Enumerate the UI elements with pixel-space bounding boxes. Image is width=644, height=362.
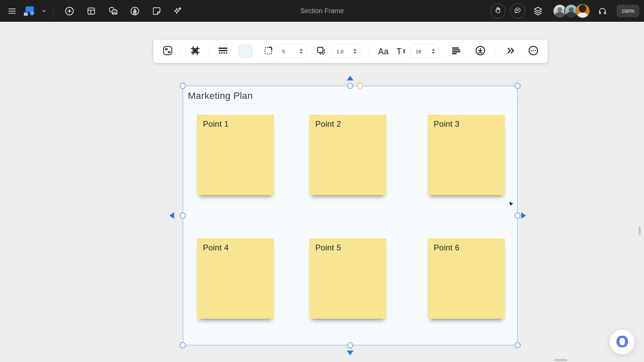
more-tools-button[interactable] <box>503 44 518 59</box>
align-button[interactable] <box>449 44 464 59</box>
avatar-active[interactable] <box>576 4 590 18</box>
topbar-left-group <box>0 3 185 19</box>
logo-letter: O <box>615 334 629 350</box>
section-color-handle[interactable] <box>357 83 363 89</box>
border-style-icon <box>263 45 274 57</box>
resize-handle-bottom[interactable] <box>347 342 353 348</box>
sticky-note-5[interactable]: Point 5 <box>309 238 386 319</box>
duplicate-button[interactable] <box>314 44 328 59</box>
expand-right-arrow[interactable] <box>521 212 526 219</box>
download-circle-icon <box>475 45 486 58</box>
resize-handle-top-right[interactable] <box>515 83 521 89</box>
align-left-icon <box>451 45 462 57</box>
font-size-field <box>411 44 439 58</box>
opacity-stepper[interactable] <box>353 49 357 54</box>
note-label: Point 4 <box>203 243 229 252</box>
section-style-button[interactable] <box>160 44 175 59</box>
audio-button[interactable] <box>594 3 610 19</box>
templates-button[interactable] <box>83 3 99 19</box>
resize-handle-right[interactable] <box>515 213 521 219</box>
toolbar-divider <box>208 45 209 58</box>
opacity-input[interactable] <box>336 49 351 54</box>
sticky-note-1[interactable]: Point 1 <box>197 115 274 195</box>
hamburger-icon <box>8 7 16 15</box>
text-resize-label: T <box>396 47 402 56</box>
app-logo[interactable] <box>20 3 38 19</box>
hand-icon <box>494 6 502 16</box>
border-width-input[interactable] <box>282 49 298 54</box>
zoom-level-button[interactable]: 100% <box>616 5 639 17</box>
context-toolbar: Aa T↕ <box>153 40 548 63</box>
note-label: Point 1 <box>203 119 229 129</box>
toolbar-divider <box>496 45 496 58</box>
image-search-icon <box>108 6 118 16</box>
export-button[interactable] <box>473 44 488 59</box>
updown-arrow-icon: ↕ <box>402 48 407 54</box>
text-resize-button[interactable]: T↕ <box>394 44 409 59</box>
sticky-note-4[interactable]: Point 4 <box>197 238 274 319</box>
font-size-stepper[interactable] <box>432 49 435 54</box>
layers-button[interactable] <box>530 3 546 19</box>
sticky-note-6[interactable]: Point 6 <box>428 238 505 319</box>
text-style-button[interactable]: Aa <box>376 44 391 59</box>
border-width-stepper[interactable] <box>300 49 303 54</box>
text-style-label: Aa <box>378 47 389 56</box>
sticky-note-button[interactable] <box>149 3 165 19</box>
comment-icon <box>514 6 522 16</box>
expand-left-arrow[interactable] <box>169 212 174 219</box>
toolbar-divider <box>368 45 369 58</box>
resize-handle-bottom-left[interactable] <box>180 342 186 348</box>
section-style-icon <box>162 45 173 57</box>
draw-button[interactable] <box>127 3 143 19</box>
sticky-note-2[interactable]: Point 2 <box>309 115 386 195</box>
resize-handle-left[interactable] <box>180 213 186 219</box>
canvas[interactable]: Aa T↕ <box>0 22 644 362</box>
resize-handle-bottom-right[interactable] <box>515 342 521 348</box>
border-width-field <box>277 44 307 58</box>
layers-icon <box>533 6 543 16</box>
chevron-down-icon <box>41 8 47 14</box>
horizontal-scrollbar-thumb[interactable] <box>554 359 567 361</box>
sticky-note-icon <box>152 6 161 16</box>
collaborator-avatars[interactable] <box>553 4 590 18</box>
app-window: Section Frame <box>0 0 644 362</box>
section-frame[interactable]: Marketing Plan Point 1 Point 2 Point 3 P… <box>183 86 518 345</box>
sticky-note-3[interactable]: Point 3 <box>428 115 505 195</box>
resize-handle-top-left[interactable] <box>180 83 186 89</box>
menu-button[interactable] <box>4 3 20 19</box>
topbar: Section Frame <box>0 0 644 22</box>
double-chevron-icon <box>506 46 516 57</box>
opacity-field <box>331 44 360 58</box>
overflow-menu-button[interactable] <box>526 44 541 59</box>
font-size-input[interactable] <box>416 49 430 54</box>
ellipsis-circle-icon <box>528 45 539 58</box>
vertical-scrollbar-thumb[interactable] <box>639 227 641 235</box>
add-item-button[interactable] <box>61 3 77 19</box>
resize-handle-top[interactable] <box>347 83 353 89</box>
section-title-separator <box>183 104 517 104</box>
app-logo-icon <box>23 6 35 16</box>
border-style-button[interactable] <box>261 44 276 59</box>
fill-color-swatch[interactable] <box>239 45 252 58</box>
duplicate-icon <box>316 46 326 57</box>
board-switcher[interactable] <box>38 3 50 19</box>
note-label: Point 6 <box>434 243 460 252</box>
comments-button[interactable] <box>510 3 525 18</box>
stroke-style-button[interactable] <box>216 44 230 59</box>
frame-button[interactable] <box>188 44 203 59</box>
headphones-icon <box>598 6 607 16</box>
sparkle-icon <box>172 6 182 16</box>
layout-icon <box>87 6 96 16</box>
section-title[interactable]: Marketing Plan <box>188 90 253 101</box>
ai-assist-button[interactable] <box>169 3 185 19</box>
frame-icon <box>190 45 201 57</box>
topbar-right-group: 100% <box>490 0 639 22</box>
expand-up-arrow[interactable] <box>347 76 354 80</box>
topbar-divider <box>53 6 53 16</box>
plus-circle-icon <box>64 6 74 16</box>
help-logo-button[interactable]: O <box>610 329 635 354</box>
stroke-style-icon <box>217 45 229 58</box>
expand-down-arrow[interactable] <box>347 351 354 355</box>
media-button[interactable] <box>105 3 121 19</box>
hand-tool-button[interactable] <box>490 3 505 18</box>
